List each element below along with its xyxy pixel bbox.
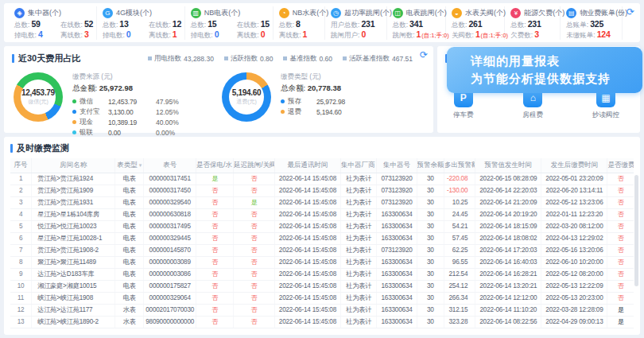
column-header: 集中器号	[377, 158, 417, 173]
table-cell: 2022-05-12 13:23:06	[541, 196, 607, 208]
legend-value: 3,130.00	[108, 108, 156, 116]
table-cell: 30	[417, 173, 444, 185]
quick-link[interactable]: ▦抄读阀控	[592, 88, 619, 120]
column-label: 延迟跳闸/关阀	[234, 161, 274, 169]
table-cell: 98090000000000	[144, 316, 196, 328]
stat-card-title: 水表关阀(个)	[465, 8, 506, 18]
concentrator-icon: ◈	[14, 8, 25, 18]
table-cell: 2022-06-14 15:45:08	[274, 220, 340, 232]
table-cell: 2022-06-20 13:14:11	[541, 185, 607, 196]
table-cell: 54.21	[444, 220, 475, 232]
stat-pair: 跳闸用户:0	[331, 29, 375, 41]
stat-card-row: 用户总数:231	[331, 19, 383, 29]
table-cell: 2022-04-29 09:00:13	[541, 316, 607, 328]
table-cell: 否	[196, 268, 234, 280]
donut-charts-row: 12,453.79 微信(元) 缴费来源 (元) 总金额: 25,972.98 …	[4, 66, 433, 138]
table-cell: 2022-06-14 16:28:21	[475, 268, 541, 280]
payment-type-chart: 5,194.60 退费(元) 缴费类型 (元) 总余额: 20,778.38 预…	[222, 68, 430, 138]
payment-monitor-table: 序号房间名称表类型▾表号是否保电/水▾延迟跳闸/关阀▾最后通讯时间集中器厂商▾集…	[10, 158, 634, 328]
usage-report-tooltip: 详细的用量报表 为节能分析提供数据支持	[447, 47, 642, 93]
table-cell: 163300634	[377, 220, 417, 232]
metric-bullet-icon	[224, 56, 228, 60]
table-cell: 5	[10, 220, 32, 232]
table-cell: 否	[607, 232, 634, 244]
column-label: 表类型	[117, 161, 138, 169]
stat-label: 欠费数:	[510, 31, 533, 41]
table-cell: 000000003086	[144, 268, 196, 280]
quick-link[interactable]: P停车费	[453, 88, 474, 120]
stat-label: 掉电数:	[103, 31, 125, 41]
table-cell: 073123920	[377, 185, 417, 196]
stat-card: G4G模块(个)总数:13在线数:12掉电数:0离线数:1	[97, 6, 185, 40]
quick-link-label: 房租费	[523, 111, 544, 120]
legend-value: 25,972.98	[316, 98, 364, 106]
table-cell: 电表	[115, 232, 144, 244]
table-cell: 8	[10, 256, 32, 268]
payment-type-legend: 缴费类型 (元) 总余额: 20,778.38 预存25,972.98退费5,1…	[281, 68, 364, 138]
legend-title: 缴费来源 (元)	[72, 72, 179, 82]
column-header-filter[interactable]: 延迟跳闸/关阀▾	[234, 158, 275, 173]
column-label: 序号	[14, 161, 28, 169]
stat-value: 231	[361, 19, 374, 29]
table-cell: 电表	[115, 244, 144, 256]
table-cell: 社为表计	[340, 208, 376, 220]
stat-value: 15	[208, 19, 216, 29]
stat-pair: 掉电数:0	[103, 29, 147, 41]
metric-label: 活跃基准指数	[349, 54, 390, 64]
energy-arrears-icon: ¥	[510, 8, 521, 18]
stat-card-title: 超功率跳闸(个)	[344, 8, 392, 18]
table-cell: 否	[607, 280, 634, 292]
table-cell: 30	[417, 232, 444, 244]
table-cell: 否	[196, 232, 234, 244]
table-cell: 000000329445	[144, 232, 196, 244]
stat-card-title: 能源欠费(个)	[524, 8, 564, 18]
metric-bullet-icon	[148, 56, 152, 60]
stat-card-title: 4G模块(个)	[116, 8, 152, 18]
metric-value: 43,288.30	[184, 55, 214, 63]
table-cell: 社为表计	[340, 220, 376, 232]
table-cell: 赏江苑>赏江苑1931	[32, 196, 115, 208]
nb-water-meter-icon: ◔	[279, 8, 289, 18]
table-cell: 电表	[115, 185, 144, 196]
table-cell: 163300634	[377, 316, 417, 328]
table-cell: 否	[234, 244, 275, 256]
table-cell: 163300634	[377, 280, 417, 292]
table-cell: 否	[196, 185, 234, 196]
stat-pair: 离线数:1	[279, 29, 324, 41]
stat-card-header: ▥NB电表(个)	[191, 7, 270, 19]
column-header-filter[interactable]: 是否保电/水▾	[196, 158, 234, 173]
stat-value: 325	[590, 19, 603, 29]
stat-pair: 总数:8	[279, 19, 324, 30]
table-cell: 163300634	[377, 256, 417, 268]
table-cell: 星江苑>星1栋104库房	[32, 208, 115, 220]
stat-card-header: ◈集中器(个)	[14, 7, 93, 19]
table-row: 12达江苑>达江苑1177水表00002017070030否否2022-06-1…	[10, 304, 634, 316]
column-header: 预警值发生时间	[475, 158, 541, 173]
column-header-filter[interactable]: 是否缴费▾	[607, 158, 634, 173]
table-cell: 163300634	[377, 208, 417, 220]
table-cell: 社为表计	[340, 232, 376, 244]
column-header-filter[interactable]: 集中器厂商▾	[340, 158, 376, 173]
stat-value: 0	[261, 29, 266, 39]
table-cell: 2022-06-14 15:45:08	[274, 196, 340, 208]
table-cell: 30	[417, 244, 444, 256]
vertical-scrollbar[interactable]	[634, 175, 638, 286]
refresh-icon[interactable]: ⟳	[420, 50, 428, 60]
donut-center-caption: 退费(元)	[236, 98, 257, 106]
table-row: 4星江苑>星1栋104库房电表000000630818否否2022-06-14 …	[10, 208, 634, 220]
legend-item: 微信12,453.7947.95%	[72, 96, 179, 107]
stat-card: ◒水表关阀(个)总数:261关阀数:1(自:1;手:0)	[446, 6, 505, 40]
table-cell: 2	[10, 185, 32, 196]
refresh-icon[interactable]: ⟳	[627, 7, 634, 17]
column-header-filter[interactable]: 表类型▾	[115, 158, 144, 173]
table-cell: 赏江苑>赏江苑1908-2	[32, 244, 115, 256]
table-cell: 否	[196, 292, 234, 304]
table-cell: 00002017070030	[144, 304, 196, 316]
table-cell: 1	[10, 173, 32, 185]
stat-pair: 总数:261	[452, 19, 496, 30]
quick-link[interactable]: ⌂房租费	[523, 88, 544, 120]
table-cell: 2022-06-14 15:45:08	[274, 268, 340, 280]
table-cell: 13	[10, 316, 32, 328]
legend-name: 微信	[80, 97, 108, 107]
stat-card-row: 总数:231	[510, 19, 557, 29]
